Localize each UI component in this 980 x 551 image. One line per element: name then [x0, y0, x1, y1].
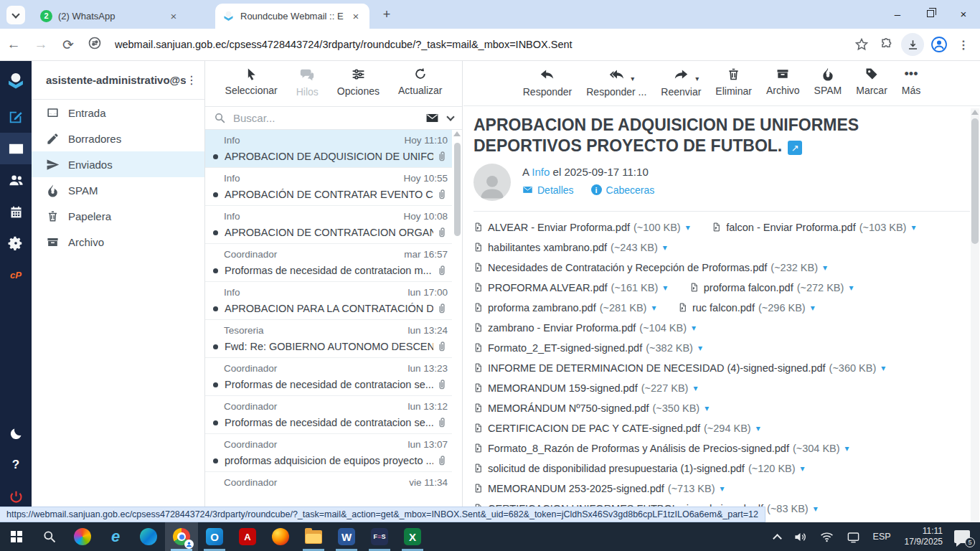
- message-list-item[interactable]: Coordinador vie 11:34: [205, 472, 452, 510]
- attachment-menu-icon[interactable]: ▾: [814, 504, 818, 514]
- recipient-link[interactable]: Info: [532, 166, 550, 178]
- window-close-button[interactable]: ×: [947, 0, 980, 27]
- browser-profile-icon[interactable]: [927, 36, 951, 53]
- attachment-menu-icon[interactable]: ▾: [698, 343, 702, 353]
- attachment[interactable]: ALVEAR - Enviar Proforma.pdf (~100 KB) ▾: [473, 217, 690, 237]
- attachment-menu-icon[interactable]: ▾: [845, 443, 849, 453]
- select-button[interactable]: Seleccionar: [225, 67, 278, 106]
- back-button[interactable]: ←: [0, 37, 27, 52]
- archive-button[interactable]: Archivo: [766, 67, 800, 105]
- search-input[interactable]: Buscar...: [233, 112, 425, 124]
- attachment[interactable]: proforma zambrano.pdf (~281 KB) ▾: [473, 298, 656, 318]
- message-list-item[interactable]: Tesoreria lun 13:24 Fwd: Re: GOBIERNO AU…: [205, 320, 452, 358]
- fes-app-icon[interactable]: F≡S: [363, 522, 396, 551]
- folder-item[interactable]: Archivo: [32, 229, 204, 255]
- attachment-name[interactable]: habilitantes xambrano.pdf: [488, 242, 607, 253]
- dark-mode-button[interactable]: [0, 418, 32, 449]
- excel-icon[interactable]: X: [396, 522, 429, 551]
- attachment-name[interactable]: PROFORMA ALVEAR.pdf: [488, 282, 608, 293]
- language-indicator[interactable]: ESP: [873, 532, 891, 542]
- tab-roundcube[interactable]: Roundcube Webmail :: Enviados ×: [215, 4, 369, 29]
- attachment-menu-icon[interactable]: ▾: [881, 363, 885, 373]
- extensions-icon[interactable]: [874, 37, 898, 52]
- attachment[interactable]: MEMORANDUM 159-signed.pdf (~227 KB) ▾: [473, 378, 697, 398]
- attachment-menu-icon[interactable]: ▾: [663, 283, 667, 293]
- attachment-name[interactable]: MEMORÁNDUM Nº750-signed.pdf: [488, 402, 649, 414]
- attachment-name[interactable]: CERTIFICACION DE PAC Y CATE-signed.pdf: [488, 423, 700, 434]
- attachment-menu-icon[interactable]: ▾: [823, 263, 827, 273]
- search-bar[interactable]: Buscar...: [205, 106, 462, 130]
- attachment[interactable]: zambrano - Enviar Proforma.pdf (~104 KB)…: [473, 318, 696, 338]
- delete-button[interactable]: Eliminar: [715, 67, 752, 105]
- attachment-name[interactable]: Necesidades de Contratación y Recepción …: [488, 262, 767, 273]
- rail-mail-button[interactable]: [0, 133, 32, 164]
- reply-all-button[interactable]: ▾ Responder ...: [586, 67, 646, 105]
- rail-contacts-button[interactable]: [0, 164, 32, 196]
- tab-close-icon[interactable]: ×: [349, 10, 362, 22]
- cast-icon[interactable]: [847, 530, 860, 544]
- rail-calendar-button[interactable]: [0, 196, 32, 227]
- open-in-new-window-icon[interactable]: ↗: [788, 141, 802, 155]
- start-button[interactable]: [0, 522, 33, 551]
- rail-cpanel-button[interactable]: cP: [0, 259, 32, 291]
- tab-whatsapp[interactable]: 2 (2) WhatsApp ×: [33, 4, 187, 29]
- message-list-item[interactable]: Coordinador lun 13:23 Proformas de neces…: [205, 358, 452, 396]
- attachment-name[interactable]: solicitud de disponibilidad presupuestar…: [488, 463, 745, 474]
- attachment-menu-icon[interactable]: ▾: [849, 283, 853, 293]
- attachment-name[interactable]: ruc falcon.pdf: [692, 302, 755, 314]
- help-button[interactable]: ?: [0, 449, 32, 481]
- attachment-menu-icon[interactable]: ▾: [686, 222, 690, 232]
- attachment[interactable]: Formato_2_ET-signed-signed.pdf (~382 KB)…: [473, 338, 702, 358]
- attachment-menu-icon[interactable]: ▾: [911, 222, 915, 232]
- message-list-item[interactable]: Info Hoy 10:08 APROBACION DE CONTRATACIO…: [205, 206, 452, 244]
- wifi-icon[interactable]: [820, 530, 834, 544]
- attachment-menu-icon[interactable]: ▾: [692, 323, 696, 333]
- folder-item[interactable]: Entrada: [32, 100, 204, 126]
- reply-button[interactable]: Responder: [523, 67, 573, 105]
- attachment-name[interactable]: proforma zambrano.pdf: [488, 302, 596, 314]
- attachment[interactable]: INFORME DE DETERMINACION DE NECESIDAD (4…: [473, 358, 885, 378]
- tray-expand-icon[interactable]: [774, 532, 781, 542]
- attachment-menu-icon[interactable]: ▾: [801, 463, 805, 474]
- attachment-name[interactable]: proforma falcon.pdf: [704, 282, 793, 293]
- firefox-icon[interactable]: [264, 522, 297, 551]
- bookmark-star-icon[interactable]: [849, 37, 874, 52]
- internet-explorer-icon[interactable]: e: [99, 522, 132, 551]
- forward-button[interactable]: ▾ Reenviar: [661, 67, 701, 105]
- copilot-icon[interactable]: [66, 522, 99, 551]
- details-toggle[interactable]: Detalles: [522, 184, 574, 196]
- attachment[interactable]: Necesidades de Contratación y Recepción …: [473, 258, 827, 278]
- attachment-menu-icon[interactable]: ▾: [811, 303, 815, 313]
- attachment[interactable]: MEMORÁNDUM Nº750-signed.pdf (~350 KB) ▾: [473, 398, 709, 418]
- attachment[interactable]: CERTIFICACION DE PAC Y CATE-signed.pdf (…: [473, 418, 760, 438]
- reply-all-menu-icon[interactable]: ▾: [631, 75, 634, 83]
- attachment-name[interactable]: zambrano - Enviar Proforma.pdf: [488, 322, 636, 334]
- attachment-menu-icon[interactable]: ▾: [663, 242, 667, 253]
- address-bar[interactable]: webmail.sanjuan.gob.ec/cpsess4728443724/…: [115, 39, 849, 50]
- reload-button[interactable]: ⟳: [55, 37, 82, 53]
- attachment-name[interactable]: INFORME DE DETERMINACION DE NECESIDAD (4…: [488, 362, 826, 374]
- attachment-name[interactable]: ALVEAR - Enviar Proforma.pdf: [488, 222, 630, 233]
- file-explorer-icon[interactable]: [297, 522, 330, 551]
- threads-button[interactable]: Hilos: [296, 67, 319, 106]
- account-menu-icon[interactable]: ⋮: [186, 73, 197, 87]
- folder-item[interactable]: Enviados: [32, 151, 204, 177]
- headers-toggle[interactable]: i Cabeceras: [591, 184, 655, 196]
- window-restore-button[interactable]: [914, 0, 947, 27]
- search-scope-icon[interactable]: [425, 111, 439, 125]
- forward-menu-icon[interactable]: ▾: [695, 75, 699, 83]
- attachment[interactable]: ruc falcon.pdf (~296 KB) ▾: [678, 298, 815, 318]
- forward-button[interactable]: →: [27, 37, 55, 52]
- attachment[interactable]: MEMORANDUM 253-2025-signed.pdf (~713 KB)…: [473, 479, 725, 499]
- attachment[interactable]: solicitud de disponibilidad presupuestar…: [473, 458, 805, 479]
- attachment-menu-icon[interactable]: ▾: [651, 303, 656, 313]
- edge-icon[interactable]: [132, 522, 165, 551]
- word-icon[interactable]: W: [330, 522, 363, 551]
- mark-button[interactable]: Marcar: [856, 67, 887, 105]
- clock[interactable]: 11:11 17/9/2025: [905, 526, 943, 547]
- folder-item[interactable]: SPAM: [32, 177, 204, 203]
- message-list-scrollbar[interactable]: [452, 130, 461, 522]
- message-list-item[interactable]: Coordinador lun 13:07 proformas adquisic…: [205, 434, 452, 472]
- attachment[interactable]: Formato_8_Razón de Proformas y Análisis …: [473, 438, 849, 458]
- chrome-icon[interactable]: [165, 522, 198, 551]
